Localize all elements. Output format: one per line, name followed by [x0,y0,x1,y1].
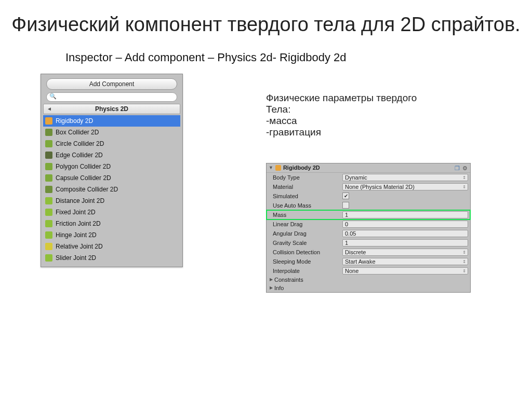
component-item-label: Distance Joint 2D [56,197,104,204]
component-search-input[interactable] [46,92,177,102]
inspector-property-label: Mass [273,212,340,218]
inspector-row: InterpolateNone‡ [267,266,470,276]
inspector-dropdown[interactable]: None (Physics Material 2D)‡ [342,183,468,190]
category-title: Physics 2D [95,105,128,113]
params-line: -масса [266,115,522,127]
inspector-property-label: Body Type [273,174,340,181]
inspector-row: Linear Drag0 [267,219,470,229]
inspector-header[interactable]: ▼ Rigidbody 2D ❐ ⚙ [267,163,470,173]
inspector-number-field[interactable]: 0 [342,221,468,228]
inspector-row: Sleeping ModeStart Awake‡ [267,257,470,266]
inspector-row: Simulated✔ [267,191,470,201]
inspector-field-value: None [345,268,358,274]
inspector-field-value: 1 [345,240,348,246]
component-item-icon [45,197,52,204]
params-line: Тела: [266,104,522,115]
component-item-label: Box Collider 2D [56,129,99,136]
dropdown-arrow-icon: ‡ [463,259,466,264]
inspector-field-value: Start Awake [345,258,376,265]
rigidbody-inspector-panel: ▼ Rigidbody 2D ❐ ⚙ Body TypeDynamic‡Mate… [266,163,471,293]
params-description: Физические параметры твердого Тела: -мас… [266,92,522,138]
component-item-label: Fixed Joint 2D [56,209,96,216]
component-item-label: Capsule Collider 2D [56,174,111,182]
inspector-property-label: Simulated [273,193,340,199]
dropdown-arrow-icon: ‡ [463,175,466,180]
component-item[interactable]: Polygon Collider 2D [43,161,180,172]
inspector-field-value: 0.05 [345,230,356,237]
component-item[interactable]: Circle Collider 2D [43,138,180,149]
inspector-field-value: 1 [345,212,348,218]
inspector-foldout[interactable]: ▶Constraints [267,276,470,284]
component-item[interactable]: Slider Joint 2D [43,252,180,264]
slide-title: Физический компонент твердого тела для 2… [0,0,532,42]
inspector-property-label: Interpolate [273,268,340,274]
add-component-button[interactable]: Add Component [46,78,177,90]
inspector-property-label: Gravity Scale [273,240,340,246]
inspector-component-title: Rigidbody 2D [283,164,453,171]
inspector-dropdown[interactable]: Discrete‡ [342,249,468,256]
component-item[interactable]: Edge Collider 2D [43,149,180,161]
component-item[interactable]: Distance Joint 2D [43,195,180,207]
component-item-icon [45,220,52,227]
params-line: -гравитация [266,127,522,138]
gear-icon[interactable]: ⚙ [462,165,468,171]
component-item[interactable]: Hinge Joint 2D [43,229,180,241]
component-item-icon [45,186,52,193]
collapse-triangle-icon[interactable]: ▼ [269,165,273,170]
inspector-property-label: Use Auto Mass [273,202,340,209]
inspector-property-label: Linear Drag [273,221,340,227]
inspector-row: Gravity Scale1 [267,238,470,248]
component-item-label: Edge Collider 2D [56,152,103,159]
inspector-field-value: Discrete [345,249,366,255]
dropdown-arrow-icon: ‡ [463,184,466,189]
inspector-number-field[interactable]: 1 [342,211,468,218]
component-item[interactable]: Rigidbody 2D [43,115,180,127]
component-item-label: Rigidbody 2D [56,117,93,125]
inspector-row: Use Auto Mass [267,201,470,210]
inspector-property-label: Material [273,184,340,190]
component-item[interactable]: Fixed Joint 2D [43,207,180,218]
inspector-number-field[interactable]: 1 [342,239,468,246]
component-item-icon [45,231,52,239]
inspector-checkbox[interactable] [342,202,349,209]
inspector-foldout[interactable]: ▶Info [267,284,470,292]
inspector-number-field[interactable]: 0.05 [342,230,468,237]
inspector-property-label: Angular Drag [273,230,340,237]
params-line: Физические параметры твердого [266,92,522,104]
slide-subtitle: Inspector – Add component – Physics 2d- … [0,42,532,64]
foldout-label: Info [274,285,284,291]
component-item[interactable]: Box Collider 2D [43,127,180,138]
category-header[interactable]: ◄ Physics 2D [43,104,180,114]
component-item-label: Friction Joint 2D [56,220,101,227]
inspector-property-label: Collision Detection [273,249,340,255]
search-wrap: 🔍 [46,92,177,102]
inspector-row: Mass1 [267,210,470,219]
foldout-label: Constraints [274,277,303,283]
component-item-label: Relative Joint 2D [56,243,103,250]
inspector-row: Body TypeDynamic‡ [267,173,470,182]
component-item[interactable]: Friction Joint 2D [43,218,180,229]
inspector-field-value: Dynamic [345,174,367,181]
inspector-row: MaterialNone (Physics Material 2D)‡ [267,182,470,191]
inspector-dropdown[interactable]: Dynamic‡ [342,174,468,181]
component-item-icon [45,174,52,182]
component-item-label: Polygon Collider 2D [56,163,111,170]
inspector-field-value: 0 [345,221,348,227]
inspector-row: Angular Drag0.05 [267,229,470,238]
add-component-button-label: Add Component [89,80,135,88]
inspector-checkbox[interactable]: ✔ [342,193,349,199]
help-icon[interactable]: ❐ [455,165,460,171]
inspector-dropdown[interactable]: Start Awake‡ [342,258,468,265]
component-icon [275,165,281,171]
component-item[interactable]: Composite Collider 2D [43,184,180,195]
back-icon[interactable]: ◄ [47,106,52,112]
component-item-icon [45,140,52,147]
component-item-icon [45,129,52,136]
inspector-dropdown[interactable]: None‡ [342,267,468,275]
component-item-icon [45,152,52,159]
component-item[interactable]: Relative Joint 2D [43,241,180,252]
foldout-triangle-icon: ▶ [270,277,273,282]
component-item-label: Composite Collider 2D [56,186,118,193]
component-item[interactable]: Capsule Collider 2D [43,172,180,184]
component-item-icon [45,243,52,250]
